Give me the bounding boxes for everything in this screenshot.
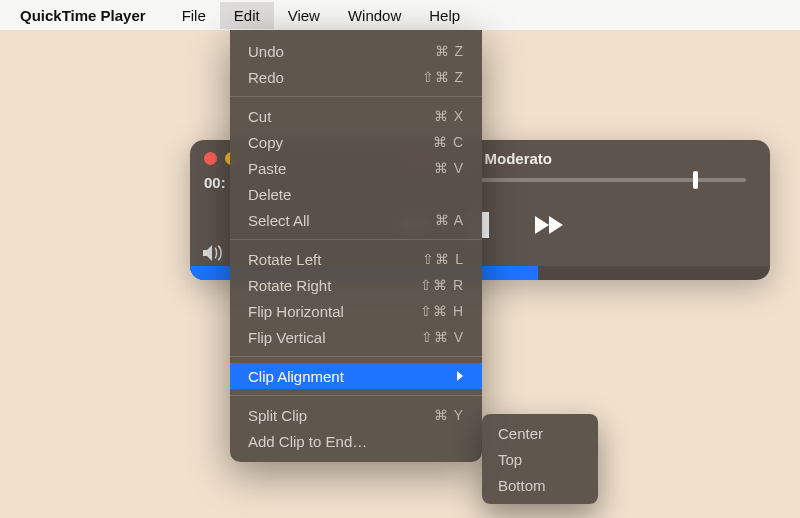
menu-item-redo[interactable]: Redo⇧⌘ Z [230,64,482,90]
menu-item-rotate-right[interactable]: Rotate Right⇧⌘ R [230,272,482,298]
menu-item-add-clip-to-end[interactable]: Add Clip to End… [230,428,482,454]
menu-help[interactable]: Help [415,2,474,29]
menu-item-copy[interactable]: Copy⌘ C [230,129,482,155]
menu-item-delete[interactable]: Delete [230,181,482,207]
menu-item-flip-vertical[interactable]: Flip Vertical⇧⌘ V [230,324,482,350]
menu-separator [230,96,482,97]
menu-file[interactable]: File [168,2,220,29]
volume-icon[interactable] [202,244,224,266]
fast-forward-button[interactable] [531,214,565,240]
submenu-item-top[interactable]: Top [482,446,598,472]
submenu-item-center[interactable]: Center [482,420,598,446]
player-timecode: 00: [204,174,226,191]
menu-view[interactable]: View [274,2,334,29]
scrub-thumb[interactable] [693,171,698,189]
menu-item-select-all[interactable]: Select All⌘ A [230,207,482,233]
menu-edit[interactable]: Edit [220,2,274,29]
menu-window[interactable]: Window [334,2,415,29]
menu-separator [230,356,482,357]
menu-item-cut[interactable]: Cut⌘ X [230,103,482,129]
menu-item-flip-horizontal[interactable]: Flip Horizontal⇧⌘ H [230,298,482,324]
menu-item-split-clip[interactable]: Split Clip⌘ Y [230,402,482,428]
menu-item-paste[interactable]: Paste⌘ V [230,155,482,181]
menu-bar: QuickTime Player File Edit View Window H… [0,0,800,30]
app-name: QuickTime Player [12,3,154,28]
menu-item-undo[interactable]: Undo⌘ Z [230,38,482,64]
submenu-item-bottom[interactable]: Bottom [482,472,598,498]
svg-rect-1 [482,212,489,238]
menu-separator [230,239,482,240]
edit-menu-dropdown: Undo⌘ Z Redo⇧⌘ Z Cut⌘ X Copy⌘ C Paste⌘ V… [230,30,482,462]
clip-alignment-submenu: Center Top Bottom [482,414,598,504]
menu-separator [230,395,482,396]
chevron-right-icon [456,368,464,385]
menu-item-rotate-left[interactable]: Rotate Left⇧⌘ L [230,246,482,272]
menu-item-clip-alignment[interactable]: Clip Alignment [230,363,482,389]
